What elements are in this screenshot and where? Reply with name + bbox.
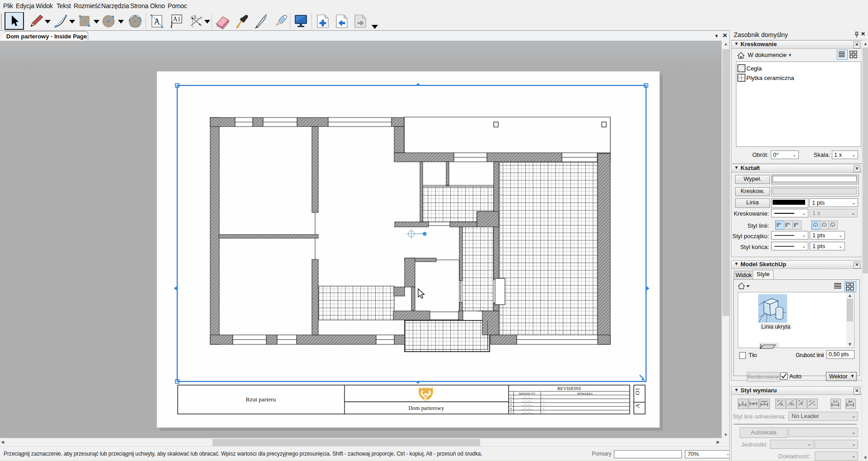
svg-text:REVISIONS: REVISIONS [557,386,581,391]
svg-text:--: -- [542,407,545,410]
svg-text:3: 3 [763,401,765,405]
svg-text:3m: 3m [848,400,853,403]
svg-text:3-3: 3-3 [833,400,837,403]
svg-text:O1: O1 [634,388,641,395]
svg-text:3: 3 [790,402,793,406]
svg-text:1: 1 [510,395,512,399]
svg-text:MM/DD/YY: MM/DD/YY [519,392,536,395]
svg-text:2: 2 [510,399,512,403]
svg-text:Dom parterowy: Dom parterowy [409,405,445,411]
svg-text:3: 3 [510,403,512,406]
svg-text:A: A [634,404,641,408]
svg-text:--: -- [542,410,545,414]
svg-text:__/__/__: __/__/__ [521,403,533,406]
svg-text:__/__/__: __/__/__ [521,399,533,403]
svg-text:3: 3 [801,402,803,406]
svg-text:Rzut parteru: Rzut parteru [245,396,276,403]
svg-text:5: 5 [510,410,512,414]
svg-text:--: -- [542,403,545,406]
svg-text:3: 3 [780,402,782,406]
svg-text:--: -- [542,399,545,403]
svg-text:3: 3 [752,402,755,406]
svg-text:--: -- [542,395,545,399]
svg-text:5: 5 [194,14,196,19]
svg-text:A1: A1 [173,16,180,23]
svg-text:REMARKS: REMARKS [577,392,593,395]
svg-text:__/__/__: __/__/__ [521,410,533,414]
svg-text:3: 3 [741,401,744,405]
svg-text:4: 4 [510,407,512,410]
svg-text:__/__/__: __/__/__ [521,395,533,399]
svg-text:__/__/__: __/__/__ [521,407,533,410]
